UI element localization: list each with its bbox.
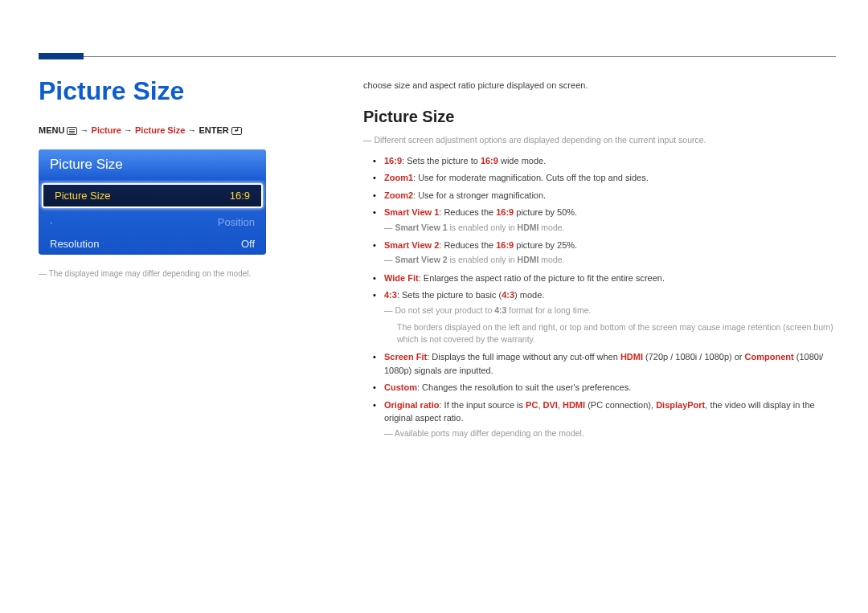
breadcrumb-enter: ENTER — [199, 125, 228, 135]
option-zoom1: Zoom1: Use for moderate magnification. C… — [384, 171, 836, 185]
tv-menu-row-value: Off — [241, 238, 255, 250]
options-list: 16:9: Sets the picture to 16:9 wide mode… — [384, 154, 836, 439]
breadcrumb-picture: Picture — [92, 125, 121, 135]
tv-menu: Picture Size Picture Size 16:9 · Positio… — [39, 149, 266, 255]
breadcrumb-picture-size: Picture Size — [135, 125, 185, 135]
option-smart-view-2: Smart View 2: Reduces the 16:9 picture b… — [384, 239, 836, 267]
section-accent — [39, 53, 84, 59]
tv-menu-row-resolution[interactable]: Resolution Off — [39, 233, 266, 255]
option-smart-view-1: Smart View 1: Reduces the 16:9 picture b… — [384, 206, 836, 234]
dot-icon: · — [50, 216, 53, 228]
option-screen-fit: Screen Fit: Displays the full image with… — [384, 350, 836, 377]
breadcrumb: MENU → Picture → Picture Size → ENTER — [39, 125, 296, 135]
option-original-ratio-note: Available ports may differ depending on … — [384, 427, 836, 439]
breadcrumb-menu: MENU — [39, 125, 64, 135]
breadcrumb-arrow: → — [80, 125, 92, 135]
section-heading: Picture Size — [363, 108, 836, 126]
tv-menu-row-picture-size[interactable]: Picture Size 16:9 — [42, 183, 263, 208]
intro-text: choose size and aspect ratio picture dis… — [363, 80, 836, 90]
enter-icon — [231, 127, 242, 135]
option-4-3: 4:3: Sets the picture to basic (4:3) mod… — [384, 288, 836, 345]
option-original-ratio: Original ratio: If the input source is P… — [384, 398, 836, 439]
tv-menu-header: Picture Size — [39, 149, 266, 180]
left-column: Picture Size MENU → Picture → Picture Si… — [39, 76, 296, 278]
right-column: choose size and aspect ratio picture dis… — [363, 80, 836, 444]
page-title: Picture Size — [39, 76, 296, 106]
tv-menu-row-position[interactable]: · Position — [39, 211, 266, 233]
option-16-9: 16:9: Sets the picture to 16:9 wide mode… — [384, 154, 836, 168]
breadcrumb-arrow: → — [187, 125, 199, 135]
tv-menu-row-value: 16:9 — [230, 190, 250, 202]
menu-icon — [67, 127, 77, 135]
option-smart-view-1-note: Smart View 1 is enabled only in HDMI mod… — [384, 222, 836, 234]
option-wide-fit: Wide Fit: Enlarges the aspect ratio of t… — [384, 272, 836, 285]
top-rule — [39, 56, 836, 57]
option-smart-view-2-note: Smart View 2 is enabled only in HDMI mod… — [384, 254, 836, 266]
tv-menu-row-label: Resolution — [50, 238, 99, 250]
option-zoom2: Zoom2: Use for a stronger magnification. — [384, 189, 836, 202]
tv-menu-row-label: Position — [218, 216, 255, 228]
option-4-3-note1: Do not set your product to 4:3 format fo… — [384, 304, 836, 317]
menu-note: The displayed image may differ depending… — [39, 269, 296, 278]
option-custom: Custom: Changes the resolution to suit t… — [384, 381, 836, 394]
tv-menu-row-label: Picture Size — [55, 190, 110, 202]
breadcrumb-arrow: → — [124, 125, 135, 135]
input-source-note: Different screen adjustment options are … — [363, 134, 836, 146]
option-4-3-note2: The borders displayed on the left and ri… — [384, 321, 836, 345]
